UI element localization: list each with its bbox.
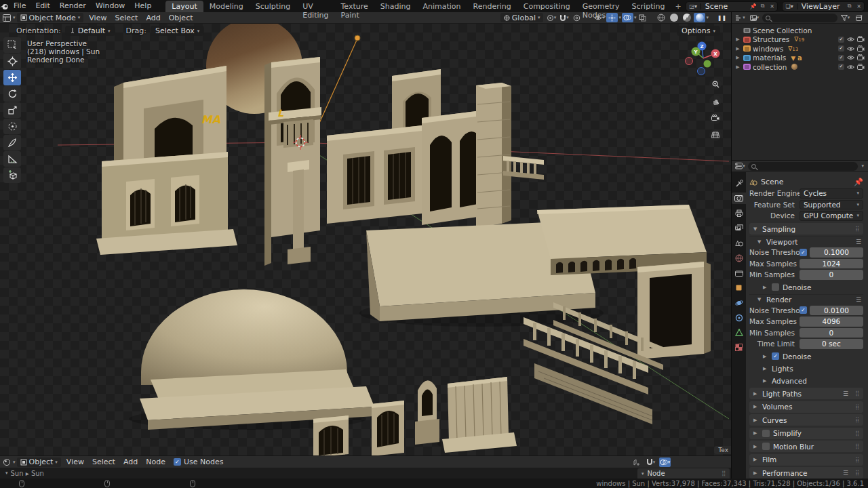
properties-editor-type-button[interactable]: ▾ [734, 161, 746, 171]
hide-viewport-toggle[interactable] [847, 54, 854, 62]
node-n-panel-tab[interactable]: ▾ Node ⣿ [637, 468, 730, 479]
expand-arrow-icon[interactable]: ▶ [734, 55, 741, 60]
use-nodes-checkbox[interactable]: ✓ Use Nodes [170, 458, 228, 466]
drag-dropdown[interactable]: Select Box ▾ [151, 26, 204, 36]
node-parent-button[interactable] [631, 458, 642, 467]
section-curves[interactable]: ▶ Curves ⣿ [749, 414, 863, 426]
viewport-canvas[interactable]: Orientation: Default ▾ Drag: Select Box … [0, 24, 731, 455]
field-dropdown-device[interactable]: GPU Compute▾ [800, 211, 863, 221]
view-layer-selector[interactable]: ❏▾ ViewLayer ⧉ ✕ [782, 1, 865, 12]
pin-id-icon[interactable]: 📌 [854, 178, 863, 186]
workspace-tab-rendering[interactable]: Rendering [467, 1, 517, 12]
value-min-samples[interactable]: 0 [800, 270, 863, 280]
section-motion-blur[interactable]: ▶ Motion Blur ⣿ [749, 441, 863, 452]
disable-render-toggle[interactable] [857, 63, 865, 71]
workspace-tab-sculpting[interactable]: Sculpting [250, 1, 296, 12]
mode-dropdown[interactable]: Object Mode ▾ [17, 13, 84, 22]
shading-solid-button[interactable] [668, 13, 679, 22]
node-menu-view[interactable]: View [62, 458, 88, 466]
new-layer-button[interactable]: ⧉ [845, 3, 854, 9]
pin-icon[interactable]: 📌 [749, 3, 758, 9]
subpanel-denoise[interactable]: ▶ Denoise [749, 282, 863, 293]
tool-measure-button[interactable] [3, 151, 21, 167]
value-min-samples[interactable]: 0 [800, 328, 863, 338]
shading-material-button[interactable] [681, 13, 692, 22]
tool-select-box-button[interactable] [3, 37, 21, 53]
menu-help[interactable]: Help [130, 0, 156, 12]
properties-search-input[interactable] [748, 162, 858, 171]
viewport-menu-select[interactable]: Select [111, 14, 142, 22]
mesh-arch-door-small-1[interactable] [372, 401, 404, 455]
disable-render-toggle[interactable] [857, 54, 865, 62]
mesh-wall-windows-left[interactable] [96, 152, 237, 255]
section-sampling[interactable]: ▼Sampling ⣿ [749, 223, 863, 235]
properties-tab-world[interactable] [732, 252, 746, 264]
hide-viewport-toggle[interactable] [847, 63, 854, 71]
expand-arrow-icon[interactable]: ▶ [734, 64, 741, 70]
tool-annotate-button[interactable] [3, 135, 21, 150]
new-scene-button[interactable]: ⧉ [758, 3, 768, 9]
tool-cursor-button[interactable] [3, 54, 21, 69]
shading-wireframe-button[interactable] [655, 13, 667, 22]
transform-orientation-dropdown[interactable]: Global ▾ [500, 13, 544, 22]
workspace-tab-texture-paint[interactable]: Texture Paint [335, 1, 374, 12]
menu-render[interactable]: Render [55, 0, 91, 12]
exclude-checkbox[interactable]: ✓ [838, 45, 844, 52]
workspace-tab-uv-editing[interactable]: UV Editing [296, 1, 334, 12]
zoom-view-button[interactable] [709, 78, 722, 90]
pivot-point-button[interactable]: ▾ [545, 13, 557, 22]
remove-layer-button[interactable]: ✕ [854, 3, 864, 9]
workspace-tab-animation[interactable]: Animation [416, 1, 467, 12]
node-snap-button[interactable]: ▾ [645, 458, 656, 467]
options-button[interactable]: Options▾ [677, 26, 720, 36]
add-workspace-button[interactable]: + [671, 1, 685, 12]
properties-tab-physics[interactable] [732, 297, 746, 308]
mesh-baluster-beam[interactable] [503, 156, 544, 180]
outliner-filter-id-button[interactable]: ▾ [749, 13, 760, 22]
properties-tab-collection[interactable] [732, 267, 746, 279]
menu-window[interactable]: Window [91, 0, 130, 12]
breadcrumb-scene-label[interactable]: Scene [761, 178, 784, 186]
tool-move-button[interactable] [3, 70, 21, 85]
value-noise-threshold[interactable]: 0.0100 [810, 306, 863, 316]
workspace-tab-layout[interactable]: Layout [165, 1, 203, 12]
blender-logo-icon[interactable] [0, 3, 9, 10]
outliner-funnel-button[interactable]: ▾ [840, 13, 851, 22]
camera-view-button[interactable] [709, 112, 722, 124]
expand-arrow-icon[interactable]: ▶ [734, 37, 741, 42]
preset-icon[interactable]: ☰ [843, 470, 849, 476]
value-max-samples[interactable]: 4096 [800, 317, 863, 327]
subpanel-lights[interactable]: ▶ Lights [749, 363, 863, 374]
workspace-tab-scripting[interactable]: Scripting [626, 1, 671, 12]
mesh-dome[interactable] [129, 289, 374, 430]
section-simplify[interactable]: ▶ Simplify ⣿ [749, 428, 863, 439]
section-light-paths[interactable]: ▶ Light Paths ☰⣿ [749, 388, 863, 399]
mesh-arch-tower[interactable] [264, 57, 321, 266]
exclude-checkbox[interactable]: ✓ [838, 55, 844, 61]
xray-toggle-button[interactable] [637, 13, 648, 22]
properties-options-arrow[interactable]: ▾ [859, 163, 866, 169]
properties-tab-render[interactable] [732, 192, 746, 204]
field-dropdown-feature-set[interactable]: Supported▾ [800, 200, 863, 210]
subpanel-header-render[interactable]: ▼Render ☰ [749, 294, 863, 305]
viewport-menu-object[interactable]: Object [165, 14, 197, 22]
disable-render-toggle[interactable] [857, 35, 865, 43]
value-max-samples[interactable]: 1024 [800, 259, 863, 269]
new-collection-button[interactable] [854, 13, 865, 22]
outliner-row-collection[interactable]: ▶ collection ✓ [734, 62, 867, 72]
editor-type-button[interactable] [1, 13, 12, 22]
shading-rendered-button[interactable] [694, 13, 705, 22]
checkbox-simplify[interactable] [762, 430, 770, 437]
tool-add-cube-button[interactable] [3, 167, 21, 183]
subpanel-denoise[interactable]: ▶ ✓ Denoise [749, 351, 863, 362]
checkbox-motion-blur[interactable] [762, 443, 770, 450]
workspace-tab-modeling[interactable]: Modeling [203, 1, 250, 12]
mesh-pillar-tall[interactable] [476, 83, 511, 228]
properties-tab-output[interactable] [732, 207, 746, 219]
viewport-menu-add[interactable]: Add [142, 14, 164, 22]
mesh-plank-door[interactable] [437, 377, 519, 453]
exclude-checkbox[interactable]: ✓ [838, 37, 844, 43]
node-menu-select[interactable]: Select [88, 458, 119, 466]
outliner-row-materials[interactable]: ▶ materials ▼ a ✓ [734, 54, 867, 63]
value-time-limit[interactable]: 0 sec [800, 339, 863, 349]
